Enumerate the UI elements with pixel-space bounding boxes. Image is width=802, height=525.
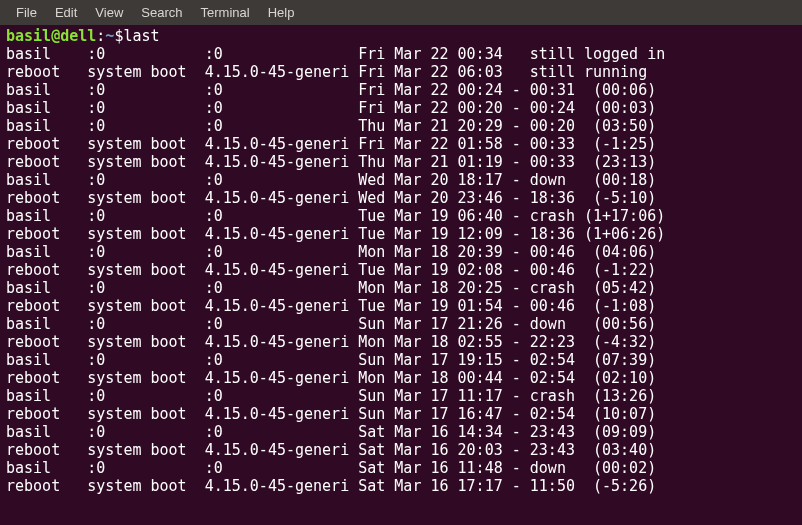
output-line: basil :0 :0 Fri Mar 22 00:20 - 00:24 (00…	[6, 99, 796, 117]
output-line: basil :0 :0 Mon Mar 18 20:39 - 00:46 (04…	[6, 243, 796, 261]
prompt-path: ~	[105, 27, 114, 45]
output-line: basil :0 :0 Mon Mar 18 20:25 - crash (05…	[6, 279, 796, 297]
output-line: basil :0 :0 Fri Mar 22 00:34 still logge…	[6, 45, 796, 63]
menubar: File Edit View Search Terminal Help	[0, 0, 802, 25]
output-line: basil :0 :0 Fri Mar 22 00:24 - 00:31 (00…	[6, 81, 796, 99]
output-line: basil :0 :0 Sat Mar 16 11:48 - down (00:…	[6, 459, 796, 477]
output-line: reboot system boot 4.15.0-45-generi Mon …	[6, 333, 796, 351]
command-text: last	[123, 27, 159, 45]
output-line: basil :0 :0 Tue Mar 19 06:40 - crash (1+…	[6, 207, 796, 225]
output-line: reboot system boot 4.15.0-45-generi Sat …	[6, 477, 796, 495]
menu-file[interactable]: File	[8, 1, 45, 24]
output-line: reboot system boot 4.15.0-45-generi Fri …	[6, 63, 796, 81]
menu-terminal[interactable]: Terminal	[193, 1, 258, 24]
prompt-line: basil@dell:~$ last	[6, 27, 796, 45]
menu-view[interactable]: View	[87, 1, 131, 24]
prompt-colon: :	[96, 27, 105, 45]
output-line: reboot system boot 4.15.0-45-generi Tue …	[6, 261, 796, 279]
output-line: reboot system boot 4.15.0-45-generi Sat …	[6, 441, 796, 459]
output-line: basil :0 :0 Sat Mar 16 14:34 - 23:43 (09…	[6, 423, 796, 441]
output-line: basil :0 :0 Sun Mar 17 19:15 - 02:54 (07…	[6, 351, 796, 369]
terminal-area[interactable]: basil@dell:~$ last basil :0 :0 Fri Mar 2…	[0, 25, 802, 497]
output-container: basil :0 :0 Fri Mar 22 00:34 still logge…	[6, 45, 796, 495]
menu-edit[interactable]: Edit	[47, 1, 85, 24]
menu-search[interactable]: Search	[133, 1, 190, 24]
prompt-user-host: basil@dell	[6, 27, 96, 45]
output-line: reboot system boot 4.15.0-45-generi Wed …	[6, 189, 796, 207]
prompt-dollar: $	[114, 27, 123, 45]
output-line: reboot system boot 4.15.0-45-generi Fri …	[6, 135, 796, 153]
output-line: basil :0 :0 Wed Mar 20 18:17 - down (00:…	[6, 171, 796, 189]
output-line: reboot system boot 4.15.0-45-generi Tue …	[6, 225, 796, 243]
output-line: reboot system boot 4.15.0-45-generi Thu …	[6, 153, 796, 171]
output-line: reboot system boot 4.15.0-45-generi Sun …	[6, 405, 796, 423]
output-line: reboot system boot 4.15.0-45-generi Tue …	[6, 297, 796, 315]
output-line: basil :0 :0 Sun Mar 17 21:26 - down (00:…	[6, 315, 796, 333]
menu-help[interactable]: Help	[260, 1, 303, 24]
output-line: basil :0 :0 Thu Mar 21 20:29 - 00:20 (03…	[6, 117, 796, 135]
output-line: reboot system boot 4.15.0-45-generi Mon …	[6, 369, 796, 387]
output-line: basil :0 :0 Sun Mar 17 11:17 - crash (13…	[6, 387, 796, 405]
